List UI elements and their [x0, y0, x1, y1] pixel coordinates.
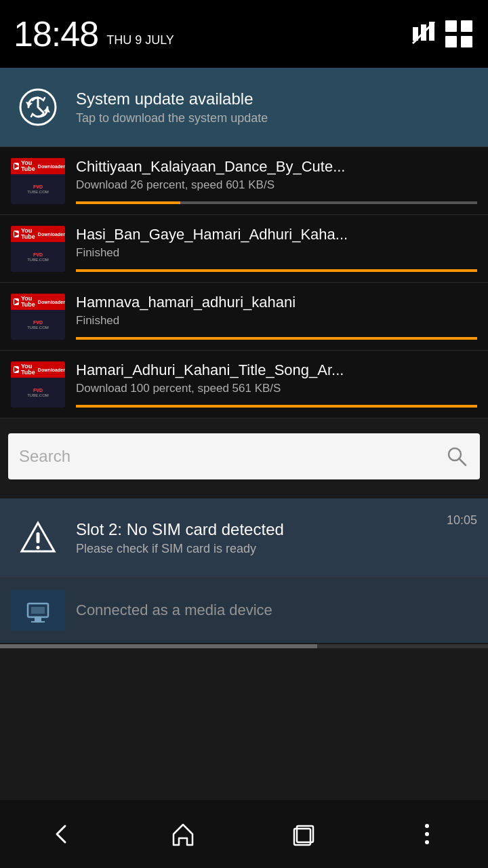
connected-text: Connected as a media device — [76, 601, 272, 619]
connected-notification[interactable]: Connected as a media device — [0, 578, 488, 643]
youtube-thumb-2: You Tube Downloader FVD TUBE.COM — [11, 226, 65, 272]
svg-rect-17 — [31, 607, 45, 614]
system-update-notification[interactable]: System update available Tap to download … — [0, 68, 488, 147]
progress-bar-1 — [76, 201, 477, 204]
svg-rect-12 — [37, 532, 40, 543]
status-time: 18:48 — [14, 14, 98, 54]
svg-point-20 — [425, 824, 429, 828]
svg-point-22 — [425, 840, 429, 844]
dl-title-4: Hamari_Adhuri_Kahani_Title_Song_Ar... — [76, 361, 442, 379]
progress-fill-4 — [76, 405, 477, 408]
status-icons — [411, 18, 474, 50]
sim-title: Slot 2: No SIM card detected — [76, 520, 447, 539]
search-box[interactable]: Search — [8, 433, 480, 479]
sim-notification[interactable]: Slot 2: No SIM card detected Please chec… — [0, 498, 488, 578]
download-notification-3[interactable]: You Tube Downloader FVD TUBE.COM Hamnava… — [0, 283, 488, 351]
dl-title-3: Hamnava_hamari_adhuri_kahani — [76, 294, 442, 311]
dl-status-2: Finished — [76, 246, 477, 260]
svg-line-10 — [459, 458, 466, 465]
dl-content-2: Hasi_Ban_Gaye_Hamari_Adhuri_Kaha... Fini… — [76, 226, 477, 280]
status-date: THU 9 JULY — [106, 33, 174, 47]
dl-status-3: Finished — [76, 314, 477, 328]
dl-status-1: Download 26 percent, speed 601 KB/S — [76, 178, 477, 192]
status-left: 18:48 THU 9 JULY — [14, 14, 174, 54]
svg-rect-6 — [445, 36, 457, 47]
svg-rect-16 — [31, 621, 45, 623]
system-update-subtitle: Tap to download the system update — [76, 111, 477, 125]
youtube-thumb-3: You Tube Downloader FVD TUBE.COM — [11, 294, 65, 340]
navigation-bar — [0, 800, 488, 868]
progress-fill-2 — [76, 269, 477, 272]
search-placeholder: Search — [19, 447, 445, 466]
sim-time: 10:05 — [447, 511, 477, 528]
search-area: Search — [0, 424, 488, 489]
dl-title-2: Hasi_Ban_Gaye_Hamari_Adhuri_Kaha... — [76, 226, 442, 243]
svg-rect-4 — [445, 20, 457, 32]
system-update-text: System update available Tap to download … — [76, 90, 477, 125]
dl-content-4: Hamari_Adhuri_Kahani_Title_Song_Ar... Do… — [76, 361, 477, 416]
system-update-title: System update available — [76, 90, 477, 108]
progress-bar-2 — [76, 269, 477, 272]
recents-button[interactable] — [278, 807, 332, 861]
svg-point-21 — [425, 832, 429, 836]
youtube-thumb-1: You Tube Downloader FVD TUBE.COM — [11, 158, 65, 204]
back-button[interactable] — [34, 807, 88, 861]
search-icon — [445, 444, 469, 469]
sim-warning-icon — [11, 511, 65, 565]
signal-icon — [411, 21, 436, 47]
progress-fill-3 — [76, 337, 477, 340]
sim-text: Slot 2: No SIM card detected Please chec… — [76, 520, 447, 556]
dl-title-1: Chittiyaan_Kalaiyaan_Dance_By_Cute... — [76, 158, 442, 176]
svg-rect-15 — [35, 617, 41, 621]
download-notification-1[interactable]: You Tube Downloader FVD TUBE.COM Chittiy… — [0, 147, 488, 215]
youtube-thumb-4: You Tube Downloader FVD TUBE.COM — [11, 361, 65, 408]
dl-status-4: Download 100 percent, speed 561 KB/S — [76, 382, 477, 395]
system-update-icon — [11, 80, 65, 134]
apps-icon — [443, 18, 474, 50]
svg-rect-5 — [461, 20, 472, 32]
progress-bar-4 — [76, 405, 477, 408]
progress-bar-3 — [76, 337, 477, 340]
notification-panel: System update available Tap to download … — [0, 68, 488, 648]
status-bar: 18:48 THU 9 JULY — [0, 0, 488, 68]
dl-content-3: Hamnava_hamari_adhuri_kahani Finished — [76, 294, 477, 348]
overflow-menu-button[interactable] — [400, 807, 454, 861]
download-notification-4[interactable]: You Tube Downloader FVD TUBE.COM Hamari_… — [0, 351, 488, 418]
sim-subtitle: Please check if SIM card is ready — [76, 542, 447, 556]
svg-rect-7 — [461, 36, 472, 47]
connected-icon — [11, 590, 65, 631]
svg-rect-13 — [37, 546, 40, 549]
progress-fill-1 — [76, 201, 180, 204]
download-notification-2[interactable]: You Tube Downloader FVD TUBE.COM Hasi_Ba… — [0, 215, 488, 283]
home-button[interactable] — [156, 807, 210, 861]
scroll-indicator — [0, 644, 488, 648]
scroll-fill — [0, 644, 317, 648]
dl-content-1: Chittiyaan_Kalaiyaan_Dance_By_Cute... Do… — [76, 158, 477, 212]
